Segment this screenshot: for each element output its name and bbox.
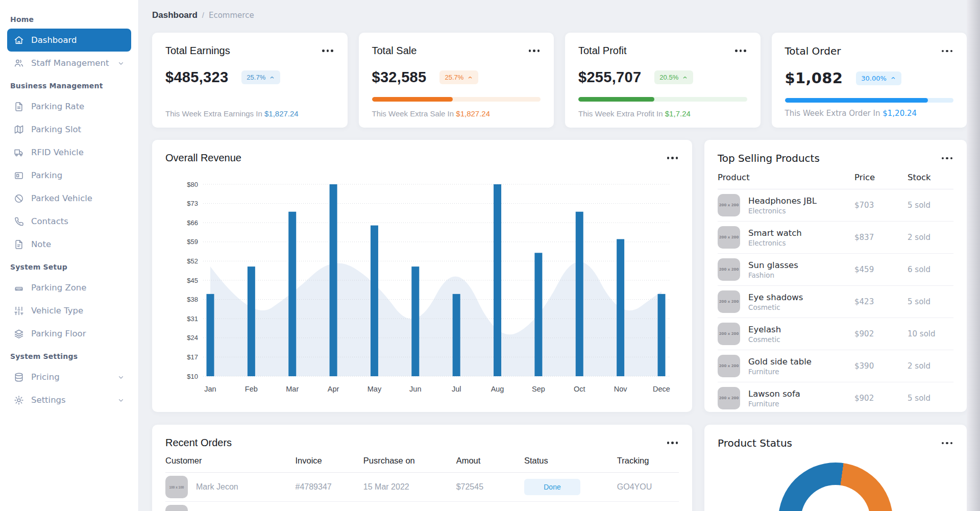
top-selling-products-card: Top Selling Products Product Price Stock… — [704, 140, 967, 412]
sidebar-item-label: RFID Vehicle — [31, 148, 84, 157]
stat-value: $32,585 — [372, 69, 427, 86]
svg-text:Apr: Apr — [328, 385, 339, 393]
status-badge: Done — [524, 479, 580, 495]
product-thumbnail: 200 x 200 — [718, 194, 740, 216]
breadcrumb-separator: / — [202, 11, 204, 19]
progress-fill — [578, 97, 654, 102]
sidebar-section-system-settings: System Settings — [10, 352, 128, 360]
svg-text:Jun: Jun — [409, 385, 421, 393]
database-icon — [14, 372, 24, 382]
stat-footer: This Week Extra Order In $1,20.24 — [785, 109, 917, 118]
sidebar-item-rfid-vehicle[interactable]: RFID Vehicle — [7, 141, 131, 164]
sidebar-item-parking[interactable]: Parking — [7, 164, 131, 187]
caret-up-icon — [890, 75, 896, 81]
breadcrumb-dashboard[interactable]: Dashboard — [152, 10, 198, 20]
order-row: 100 x 100 — [165, 502, 679, 511]
progress-track — [372, 97, 541, 102]
layers-icon — [14, 329, 24, 339]
sidebar-item-pricing[interactable]: Pricing — [7, 366, 131, 388]
product-thumbnail: 200 x 200 — [718, 290, 740, 313]
card-menu-button[interactable] — [528, 47, 541, 54]
card-menu-button[interactable] — [941, 440, 954, 447]
caret-up-icon — [269, 75, 275, 81]
right-edge-gradient — [967, 0, 980, 511]
breadcrumb-ecommerce: Ecommerce — [209, 11, 254, 20]
sidebar-item-parking-zone[interactable]: Parking Zone — [7, 276, 131, 299]
sidebar-item-note[interactable]: Note — [7, 233, 131, 256]
svg-text:May: May — [368, 385, 382, 393]
progress-fill — [785, 98, 928, 103]
caret-up-icon — [682, 75, 688, 81]
sidebar-section-home: Home — [10, 15, 128, 23]
sidebar-item-parking-rate[interactable]: Parking Rate — [7, 95, 131, 118]
map-icon — [14, 125, 24, 135]
stat-value: $1,082 — [785, 69, 843, 87]
svg-text:Aug: Aug — [491, 385, 504, 393]
svg-text:$24: $24 — [187, 334, 198, 342]
phone-icon — [14, 216, 24, 227]
card-menu-button[interactable] — [321, 47, 334, 54]
ban-icon — [14, 193, 24, 204]
card-menu-button[interactable] — [941, 155, 954, 162]
customer-avatar: 100 x 100 — [165, 505, 188, 511]
svg-text:$59: $59 — [187, 238, 198, 246]
progress-track — [785, 98, 954, 103]
sliders-icon — [14, 306, 24, 316]
sidebar-section-system-setup: System Setup — [10, 263, 128, 271]
garage-icon — [14, 283, 24, 293]
stat-footer: This Week Extra Sale In $1,827.24 — [372, 109, 491, 118]
sidebar-item-dashboard[interactable]: Dashboard — [7, 29, 131, 52]
svg-text:$52: $52 — [187, 257, 198, 265]
card-menu-button[interactable] — [666, 155, 679, 161]
sidebar-item-contacts[interactable]: Contacts — [7, 210, 131, 233]
svg-text:$38: $38 — [187, 296, 198, 303]
overall-revenue-card: Overall Revenue $80$73$66$59$52$45$38$31… — [152, 140, 692, 412]
sidebar-item-label: Parking — [31, 171, 62, 180]
chevron-down-icon — [117, 397, 125, 404]
sidebar-section-business: Business Management — [10, 82, 128, 90]
chevron-down-icon — [117, 60, 125, 67]
svg-text:$80: $80 — [187, 181, 198, 188]
sidebar-item-parking-slot[interactable]: Parking Slot — [7, 118, 131, 141]
svg-text:Nov: Nov — [614, 385, 628, 393]
stat-card-total-earnings: Total Earnings $485,323 25.7% This Week … — [152, 33, 348, 128]
stat-footer-amount: $1,827.24 — [456, 109, 490, 118]
card-icon — [14, 171, 24, 181]
trend-badge: 30.00% — [856, 71, 901, 85]
product-row: 200 x 200 EyelashCosmetic $902 10 sold — [718, 318, 953, 350]
stat-title: Total Earnings — [165, 45, 230, 57]
sidebar: Home Dashboard Staff Management Business… — [0, 0, 139, 511]
sidebar-item-parking-floor[interactable]: Parking Floor — [7, 322, 131, 345]
svg-text:Sep: Sep — [532, 385, 545, 393]
card-menu-button[interactable] — [734, 47, 747, 54]
sidebar-item-label: Staff Management — [31, 58, 109, 68]
sidebar-item-parked-vehicle[interactable]: Parked Vehicle — [7, 187, 131, 210]
sidebar-item-settings[interactable]: Settings — [7, 388, 131, 411]
svg-text:$10: $10 — [187, 373, 198, 380]
product-row: 200 x 200 Smart watchElectronics $837 2 … — [718, 222, 953, 254]
sidebar-item-label: Note — [31, 239, 51, 249]
svg-text:$45: $45 — [187, 277, 198, 284]
product-status-card: Product Status — [704, 425, 967, 511]
sidebar-item-staff-management[interactable]: Staff Management — [7, 52, 131, 75]
sidebar-item-label: Contacts — [31, 216, 68, 226]
sidebar-item-vehicle-type[interactable]: Vehicle Type — [7, 299, 131, 322]
sidebar-item-label: Parking Rate — [31, 102, 84, 111]
note-icon — [14, 239, 24, 250]
sidebar-item-label: Parking Floor — [31, 329, 86, 338]
svg-text:Dece: Dece — [653, 385, 670, 393]
stat-title: Total Profit — [578, 45, 626, 57]
card-menu-button[interactable] — [666, 440, 679, 446]
card-menu-button[interactable] — [941, 48, 954, 55]
trend-badge: 25.7% — [439, 70, 478, 84]
truck-icon — [14, 148, 24, 158]
users-icon — [14, 58, 24, 68]
svg-text:$31: $31 — [187, 315, 198, 323]
panel-title: Product Status — [718, 437, 792, 449]
home-icon — [14, 35, 24, 45]
svg-text:Mar: Mar — [286, 385, 299, 393]
svg-text:Feb: Feb — [245, 385, 258, 393]
product-row: 200 x 200 Lawson sofaFurniture $902 5 so… — [718, 382, 953, 412]
product-row: 200 x 200 Gold side tableFurniture $390 … — [718, 350, 953, 382]
stat-title: Total Sale — [372, 45, 417, 57]
